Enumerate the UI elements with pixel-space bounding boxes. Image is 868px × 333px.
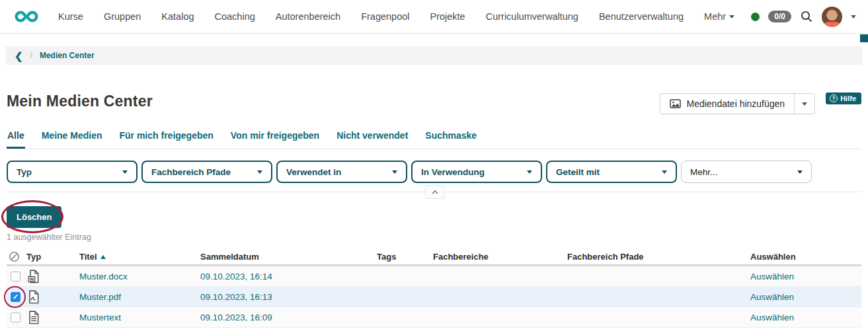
tab-alle[interactable]: Alle [7,130,25,149]
select-link[interactable]: Auswählen [750,272,861,281]
page-title: Mein Medien Center [7,92,153,110]
media-tabs: Alle Meine Medien Für mich freigegeben V… [7,130,861,149]
main-navigation: Kurse Gruppen Katalog Coaching Autorenbe… [58,11,734,22]
tab-nicht-verwendet[interactable]: Nicht verwendet [336,130,409,149]
nav-item-gruppen[interactable]: Gruppen [104,11,141,22]
selection-info: 1 ausgewählter Eintrag [7,233,861,242]
nav-item-curriculumverwaltung[interactable]: Curriculumverwaltung [486,11,578,22]
filter-mehr-label: Mehr... [690,167,717,177]
chevron-up-icon [432,190,438,194]
topbar-right-cluster: 0/0 [751,7,856,27]
nav-item-mehr[interactable]: Mehr [704,11,734,22]
row-checkbox[interactable] [11,272,20,281]
chevron-down-icon [257,170,262,174]
image-icon [670,99,681,108]
nav-more-label: Mehr [704,11,726,22]
notification-count-badge[interactable]: 0/0 [768,11,791,22]
edge-panel-toggle[interactable] [860,34,868,42]
add-media-split-button: Mediendatei hinzufügen [660,93,815,114]
filter-fachbereich-pfade-label: Fachbereich Pfade [151,167,231,177]
search-icon[interactable] [800,10,813,23]
chevron-down-icon [802,102,807,106]
media-title-link[interactable]: Mustertext [79,313,200,322]
row-checkbox-checked[interactable]: ✓ [11,292,20,302]
chevron-down-icon [797,170,803,174]
nav-item-autorenbereich[interactable]: Autorenbereich [276,11,340,22]
collapse-filters-button[interactable] [425,185,445,199]
nav-item-katalog[interactable]: Katalog [161,11,194,22]
batch-action-zone: Löschen [7,206,861,229]
chevron-down-icon [729,15,734,18]
user-menu-chevron-icon[interactable] [851,15,856,18]
user-avatar[interactable] [822,7,842,27]
add-media-button[interactable]: Mediendatei hinzufügen [660,94,794,114]
column-header-auswaehlen: Auswählen [750,252,861,262]
pdf-file-icon [28,290,79,304]
help-button[interactable]: ? Hilfe [826,92,861,104]
filter-geteilt-mit[interactable]: Geteilt mit [546,161,677,183]
nav-item-projekte[interactable]: Projekte [430,11,465,22]
media-table: Typ Titel Sammeldatum Tags Fachbereiche … [7,249,861,328]
filter-typ[interactable]: Typ [7,161,138,183]
deselect-all-icon[interactable] [9,251,26,262]
column-header-fachbereiche[interactable]: Fachbereiche [433,252,567,262]
row-checkbox[interactable] [11,313,20,322]
select-link[interactable]: Auswählen [750,292,861,302]
filter-fachbereich-pfade[interactable]: Fachbereich Pfade [141,161,272,183]
tab-meine-medien[interactable]: Meine Medien [41,130,103,149]
filter-verwendet-in-label: Verwendet in [286,167,341,177]
column-header-titel-label: Titel [79,252,97,262]
collection-date: 09.10.2023, 16:09 [200,313,377,322]
column-header-typ[interactable]: Typ [26,252,79,262]
sort-ascending-icon [100,255,106,259]
nav-item-kurse[interactable]: Kurse [58,11,83,22]
top-navbar: Kurse Gruppen Katalog Coaching Autorenbe… [0,0,868,34]
filter-geteilt-mit-label: Geteilt mit [556,167,600,177]
filter-bar: Typ Fachbereich Pfade Verwendet in In Ve… [7,161,861,183]
filter-mehr[interactable]: Mehr... [681,161,812,183]
breadcrumb: ❮ / Medien Center [5,46,863,65]
question-mark-icon: ? [830,94,838,102]
breadcrumb-back-icon[interactable]: ❮ [15,51,23,61]
table-header-row: Typ Titel Sammeldatum Tags Fachbereiche … [7,249,861,266]
breadcrumb-item-medien-center[interactable]: Medien Center [40,51,95,60]
tab-fuer-mich-freigegeben[interactable]: Für mich freigegeben [118,130,214,149]
nav-item-coaching[interactable]: Coaching [215,11,255,22]
title-row: Mein Medien Center Mediendatei hinzufüge… [7,92,861,114]
breadcrumb-separator: / [30,51,32,60]
main-content: Mein Medien Center Mediendatei hinzufüge… [0,92,868,328]
media-title-link[interactable]: Muster.docx [79,272,200,281]
add-media-dropdown-toggle[interactable] [794,94,814,114]
title-actions: Mediendatei hinzufügen ? Hilfe [660,92,861,114]
filter-in-verwendung[interactable]: In Verwendung [411,161,542,183]
chevron-down-icon [392,170,397,174]
column-header-tags[interactable]: Tags [377,252,433,262]
collection-date: 09.10.2023, 16:13 [200,292,377,302]
select-link[interactable]: Auswählen [750,313,861,322]
text-file-icon [28,311,79,324]
column-header-titel[interactable]: Titel [79,252,200,262]
column-header-fachbereich-pfade[interactable]: Fachbereich Pfade [567,252,750,262]
delete-button[interactable]: Löschen [7,206,61,228]
tab-suchmaske[interactable]: Suchmaske [424,130,477,149]
filter-in-verwendung-label: In Verwendung [421,167,485,177]
infinity-logo-icon [13,9,40,24]
filter-collapse-zone [7,185,861,200]
table-row: Mustertext 09.10.2023, 16:09 Auswählen [7,307,861,328]
word-file-icon: W [28,270,79,283]
chevron-down-icon [662,170,667,174]
online-status-icon [751,13,760,21]
nav-item-fragenpool[interactable]: Fragenpool [361,11,409,22]
help-label: Hilfe [840,94,856,102]
column-header-sammeldatum[interactable]: Sammeldatum [200,252,377,262]
collection-date: 09.10.2023, 16:14 [200,272,377,281]
chevron-down-icon [122,170,128,174]
openolat-logo[interactable] [13,9,40,24]
tab-von-mir-freigegeben[interactable]: Von mir freigegeben [230,130,320,149]
filter-typ-label: Typ [17,167,32,177]
media-title-link[interactable]: Muster.pdf [79,292,200,302]
filter-verwendet-in[interactable]: Verwendet in [276,161,407,183]
table-row-selected: ✓ Muster.pdf 09.10.2023, 16:13 Auswählen [7,287,861,307]
table-row: W Muster.docx 09.10.2023, 16:14 Auswähle… [7,266,861,287]
nav-item-benutzerverwaltung[interactable]: Benutzerverwaltung [599,11,684,22]
